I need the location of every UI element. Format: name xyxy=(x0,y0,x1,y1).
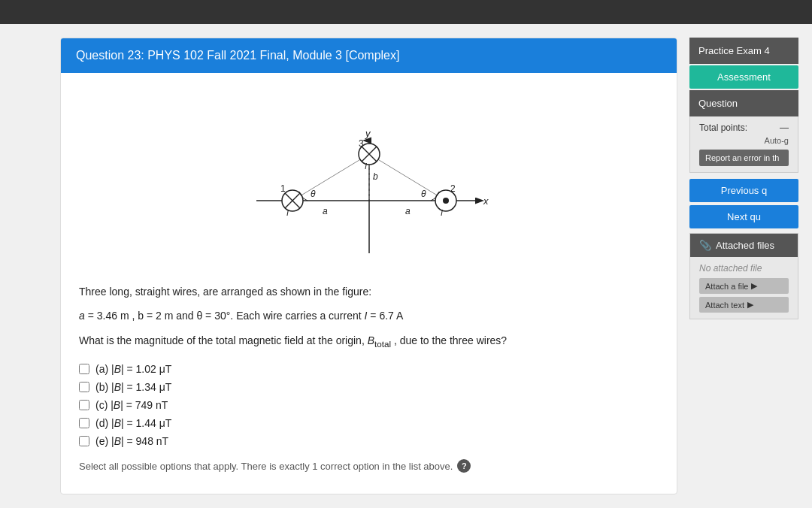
question-section-header: Question xyxy=(689,90,798,116)
option-d: (d) |B| = 1.44 μT xyxy=(79,417,659,429)
question-section-label: Question xyxy=(698,98,738,109)
physics-figure: x y I 1 xyxy=(211,95,527,268)
attach-text-button[interactable]: Attach text ▶ xyxy=(699,297,789,313)
question-ask: What is the magnitude of the total magne… xyxy=(79,332,659,351)
total-points-row: Total points: — xyxy=(699,122,789,133)
question-params: a = 3.46 m , b = 2 m and θ = 30°. Each w… xyxy=(79,307,659,324)
svg-line-4 xyxy=(292,154,369,201)
option-a-checkbox[interactable] xyxy=(79,364,89,374)
option-e-checkbox[interactable] xyxy=(79,436,89,446)
option-c-checkbox[interactable] xyxy=(79,400,89,410)
svg-point-13 xyxy=(443,198,449,204)
option-e-label: (e) |B| = 948 nT xyxy=(95,435,168,447)
svg-text:I: I xyxy=(286,208,289,217)
practice-exam-section: Practice Exam 4 xyxy=(689,38,798,64)
question-body: x y I 1 xyxy=(61,73,677,488)
help-icon[interactable]: ? xyxy=(457,459,471,473)
question-title: Question 23: PHYS 102 Fall 2021 Final, M… xyxy=(76,49,399,62)
svg-text:b: b xyxy=(373,171,378,182)
svg-text:x: x xyxy=(483,195,489,207)
attach-file-icon: ▶ xyxy=(751,281,757,291)
option-b-checkbox[interactable] xyxy=(79,382,89,392)
top-bar xyxy=(0,0,812,24)
option-b: (b) |B| = 1.34 μT xyxy=(79,381,659,393)
option-b-label: (b) |B| = 1.34 μT xyxy=(95,381,171,393)
option-d-checkbox[interactable] xyxy=(79,418,89,428)
options-list: (a) |B| = 1.02 μT (b) |B| = 1.34 μT (c) … xyxy=(79,363,659,447)
attach-text-icon: ▶ xyxy=(747,300,753,310)
option-c-label: (c) |B| = 749 nT xyxy=(95,399,168,411)
select-note-text: Select all possible options that apply. … xyxy=(79,461,453,472)
svg-line-5 xyxy=(369,154,446,201)
assessment-button[interactable]: Assessment xyxy=(689,65,798,89)
option-a: (a) |B| = 1.02 μT xyxy=(79,363,659,375)
svg-text:θ: θ xyxy=(311,189,316,199)
attach-file-button[interactable]: Attach a file ▶ xyxy=(699,278,789,294)
figure-container: x y I 1 xyxy=(79,95,659,268)
svg-text:I: I xyxy=(441,208,443,217)
auto-grade-label: Auto-g xyxy=(765,136,789,145)
option-c: (c) |B| = 749 nT xyxy=(79,399,659,411)
next-button[interactable]: Next qu xyxy=(689,205,798,228)
svg-text:I: I xyxy=(365,162,367,171)
auto-grade-row: Auto-g xyxy=(699,136,789,145)
total-points-label: Total points: xyxy=(699,122,747,133)
attached-files-section: 📎 Attached files No attached file Attach… xyxy=(689,233,798,319)
select-note: Select all possible options that apply. … xyxy=(79,459,659,473)
svg-text:a: a xyxy=(323,206,328,216)
question-panel: Question 23: PHYS 102 Fall 2021 Final, M… xyxy=(60,38,677,494)
previous-button[interactable]: Previous q xyxy=(689,179,798,202)
svg-text:θ: θ xyxy=(421,189,426,199)
report-error-button[interactable]: Report an error in th xyxy=(699,150,789,166)
svg-text:2: 2 xyxy=(450,183,456,194)
option-d-label: (d) |B| = 1.44 μT xyxy=(95,417,171,429)
attach-text-label: Attach text xyxy=(705,301,744,310)
option-a-label: (a) |B| = 1.02 μT xyxy=(95,363,171,375)
attached-files-label: Attached files xyxy=(716,240,774,251)
nav-buttons: Previous q Next qu xyxy=(689,179,798,233)
attached-files-body: No attached file Attach a file ▶ Attach … xyxy=(690,257,798,319)
practice-exam-label: Practice Exam 4 xyxy=(698,45,770,56)
no-attached-label: No attached file xyxy=(699,263,789,274)
svg-text:3: 3 xyxy=(359,138,364,149)
question-description: Three long, straight wires, are arranged… xyxy=(79,283,659,300)
svg-text:y: y xyxy=(365,128,371,139)
svg-text:a: a xyxy=(405,206,411,216)
question-info-body: Total points: — Auto-g Report an error i… xyxy=(689,116,798,173)
attached-files-header: 📎 Attached files xyxy=(690,234,798,257)
total-points-value: — xyxy=(780,122,789,133)
svg-text:1: 1 xyxy=(280,183,286,194)
question-header: Question 23: PHYS 102 Fall 2021 Final, M… xyxy=(61,38,677,73)
attach-file-label: Attach a file xyxy=(705,282,748,291)
right-sidebar: Practice Exam 4 Assessment Question Tota… xyxy=(689,38,798,494)
paperclip-icon: 📎 xyxy=(699,240,711,251)
option-e: (e) |B| = 948 nT xyxy=(79,435,659,447)
